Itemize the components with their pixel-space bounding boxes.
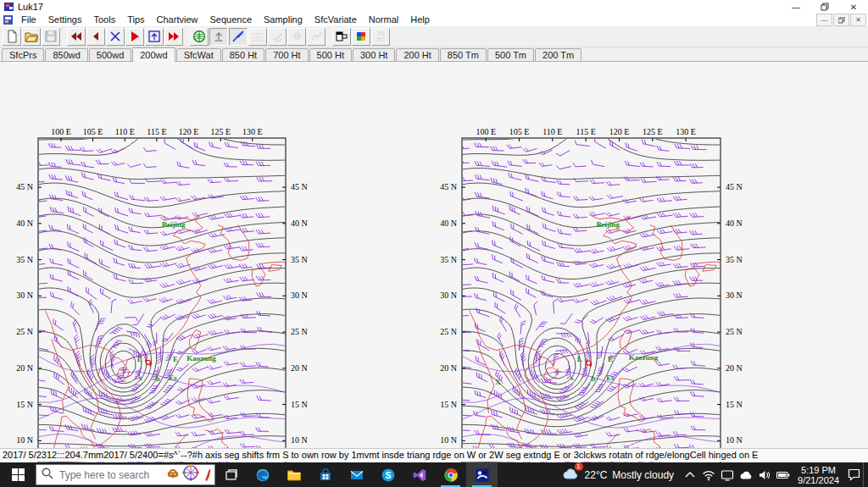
tray-wifi-icon[interactable] [699, 462, 718, 487]
restore-button[interactable] [810, 0, 839, 14]
toolbar: ZUXO [0, 26, 868, 47]
svg-text:Es: Es [606, 374, 615, 382]
taskbar-app-edge[interactable] [247, 462, 278, 487]
menu-settings[interactable]: Settings [42, 14, 88, 25]
tab-500tm[interactable]: 500 Tm [487, 48, 534, 61]
rewind-button[interactable] [67, 28, 86, 46]
clock-time: 5:19 PM [798, 465, 839, 475]
svg-text:130 E: 130 E [242, 128, 263, 136]
mdi-restore-button[interactable] [833, 14, 849, 26]
svg-text:10 N: 10 N [291, 435, 308, 445]
weather-map-left[interactable]: 100 E100 E105 E105 E110 E110 E115 E115 E… [3, 128, 319, 487]
menu-sampling[interactable]: Sampling [258, 14, 309, 25]
map-canvas-right[interactable]: 100 E100 E105 E105 E110 E110 E115 E115 E… [434, 128, 749, 487]
tab-850wd[interactable]: 850wd [45, 48, 87, 61]
svg-text:15 N: 15 N [726, 400, 743, 409]
tab-300ht[interactable]: 300 Ht [353, 48, 395, 61]
svg-text:X: X [495, 378, 501, 386]
step-back-button[interactable] [86, 28, 105, 46]
menu-file[interactable]: File [15, 14, 42, 25]
globe-button[interactable] [190, 28, 209, 46]
svg-text:120 E: 120 E [609, 128, 630, 136]
tray-volume-icon[interactable] [755, 462, 774, 487]
search-highlight-decoration-icon[interactable] [163, 463, 212, 487]
taskbar-app-visual-studio[interactable] [403, 462, 435, 487]
taskbar-app-task-view[interactable] [215, 462, 247, 487]
taskbar-app-store[interactable] [309, 462, 341, 487]
palette-button[interactable] [352, 28, 370, 46]
svg-text:Kaozung: Kaozung [629, 353, 659, 362]
svg-text:b: b [156, 374, 160, 383]
tab-200ht[interactable]: 200 Ht [396, 48, 438, 61]
taskbar-search[interactable] [36, 464, 215, 485]
frame-advance-button[interactable] [145, 28, 164, 46]
weather-widget[interactable]: 1 22°C Mostly cloudy [554, 462, 682, 487]
start-button[interactable] [0, 462, 36, 487]
tab-500ht[interactable]: 500 Ht [309, 48, 352, 61]
map-canvas-left[interactable]: 100 E100 E105 E105 E110 E110 E115 E115 E… [3, 128, 319, 487]
taskbar-app-skype[interactable]: S [372, 462, 403, 487]
svg-text:15 N: 15 N [16, 400, 33, 409]
show-desktop-button[interactable] [863, 462, 868, 487]
tray-chevron-up-icon[interactable] [681, 462, 699, 487]
weather-map-right[interactable]: 100 E100 E105 E105 E110 E110 E115 E115 E… [434, 128, 749, 487]
tab-700ht[interactable]: 700 Ht [265, 48, 308, 61]
tab-850ht[interactable]: 850 Ht [222, 48, 264, 61]
search-icon [41, 467, 53, 483]
svg-text:30 N: 30 N [291, 291, 308, 300]
action-center-button[interactable] [844, 462, 863, 487]
svg-text:115 E: 115 E [147, 128, 166, 136]
taskbar-app-file-explorer[interactable] [278, 462, 309, 487]
taskbar-app-luk17[interactable] [466, 462, 498, 487]
tab-850tm[interactable]: 850 Tm [440, 48, 487, 61]
mdi-close-button[interactable]: ✕ [850, 14, 866, 26]
zuxo-button: ZUXO [371, 28, 390, 46]
tray-cloud-icon[interactable] [737, 462, 755, 487]
svg-text:Kaozung: Kaozung [186, 354, 216, 362]
menu-normal[interactable]: Normal [363, 14, 404, 25]
play-button[interactable] [125, 28, 144, 46]
new-file-button[interactable] [3, 28, 21, 46]
wind-barb-button[interactable] [229, 28, 248, 46]
menu-chartview[interactable]: Chartview [151, 14, 204, 25]
clock-date: 9/21/2024 [798, 475, 839, 485]
svg-text:s: s [570, 374, 574, 382]
svg-text:120 E: 120 E [179, 128, 199, 136]
window-layout-button[interactable] [332, 28, 351, 46]
minimize-button[interactable]: — [782, 0, 810, 14]
taskbar-clock[interactable]: 5:19 PM 9/21/2024 [793, 465, 844, 485]
lift-button[interactable] [209, 28, 228, 46]
tab-200tm[interactable]: 200 Tm [535, 48, 581, 61]
svg-text:35 N: 35 N [291, 255, 308, 264]
svg-text:125 E: 125 E [643, 128, 663, 136]
menu-tips[interactable]: Tips [121, 14, 150, 25]
svg-text:+: + [489, 389, 493, 397]
mdi-minimize-button[interactable]: — [816, 14, 832, 26]
menu-sequence[interactable]: Sequence [203, 14, 258, 25]
menu-sfcvariate[interactable]: SfcVariate [309, 14, 363, 25]
menu-tools[interactable]: Tools [87, 14, 121, 25]
close-button[interactable]: ✕ [839, 0, 868, 14]
svg-text:10 N: 10 N [440, 435, 457, 445]
taskbar-app-chrome[interactable] [435, 462, 466, 487]
search-input[interactable] [58, 468, 161, 482]
taskbar-app-mail[interactable] [341, 462, 372, 487]
svg-text:20 N: 20 N [440, 363, 457, 373]
spiral-button [287, 28, 306, 46]
tab-200wd[interactable]: 200wd [132, 47, 175, 62]
open-file-button[interactable] [22, 28, 41, 46]
city-labels: BeijingLEKaozungsbEsX+ [489, 220, 659, 397]
delete-x-button[interactable] [106, 28, 125, 46]
tab-sfcprs[interactable]: SfcPrs [2, 48, 44, 61]
save-file-button [42, 28, 60, 46]
menu-help[interactable]: Help [404, 14, 436, 25]
tray-display-icon[interactable] [718, 462, 737, 487]
svg-text:b: b [592, 374, 596, 383]
tab-500wd[interactable]: 500wd [89, 48, 131, 61]
mdi-child-icon[interactable] [3, 15, 13, 25]
weather-temperature: 22°C [585, 469, 608, 481]
tray-battery-icon[interactable] [774, 462, 793, 487]
weather-badge: 1 [575, 462, 583, 471]
tab-sfcwat[interactable]: SfcWat [176, 48, 221, 61]
fast-forward-button[interactable] [164, 28, 183, 46]
